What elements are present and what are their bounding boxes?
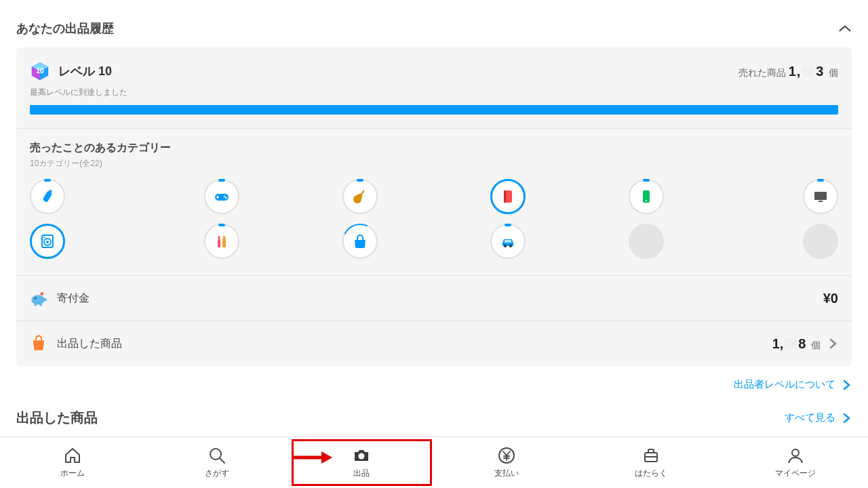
camera-icon — [352, 446, 371, 465]
chevron-right-icon — [841, 413, 852, 424]
svg-point-32 — [35, 298, 36, 299]
tv-icon — [812, 188, 829, 205]
history-header[interactable]: あなたの出品履歴 — [0, 0, 868, 47]
donation-label: 寄付金 — [57, 291, 90, 306]
listed-row[interactable]: 出品した商品 1,8 個 — [16, 321, 852, 366]
category-car[interactable] — [490, 224, 526, 259]
category-tv[interactable] — [803, 179, 838, 214]
cosmetics-icon — [214, 233, 230, 249]
svg-rect-25 — [218, 236, 220, 240]
categories-title: 売ったことのあるカテゴリー — [30, 141, 838, 155]
svg-line-37 — [220, 458, 224, 463]
home-icon — [63, 446, 82, 465]
category-phone[interactable] — [629, 179, 664, 214]
svg-point-42 — [792, 449, 799, 456]
svg-rect-8 — [216, 197, 219, 198]
categories-subtitle: 10カテゴリー(全22) — [30, 158, 838, 169]
listed-items-header: 出品した商品 すべて見る — [0, 398, 868, 434]
car-icon — [500, 233, 516, 249]
guitar-icon — [352, 188, 368, 205]
category-baby-bottle[interactable] — [30, 179, 65, 214]
level-progress-bar — [30, 105, 838, 115]
svg-point-31 — [31, 295, 45, 305]
svg-text:10: 10 — [36, 67, 44, 75]
category-game[interactable] — [204, 179, 239, 214]
category-cosmetics[interactable] — [204, 224, 239, 259]
sold-count: 売れた商品 1,3 個 — [738, 64, 838, 79]
svg-rect-15 — [504, 190, 506, 203]
svg-rect-18 — [814, 192, 827, 200]
user-icon — [786, 446, 805, 465]
level-row: 10 レベル 10 売れた商品 1,3 個 — [16, 47, 852, 87]
tab-home[interactable]: ホーム — [0, 437, 144, 488]
svg-rect-26 — [222, 239, 226, 247]
level-subtitle: 最高レベルに到達しました — [16, 87, 852, 105]
baby-bottle-icon — [39, 188, 56, 205]
category-book[interactable] — [490, 179, 526, 214]
annotation-arrow-icon — [290, 450, 334, 465]
view-all-link[interactable]: すべて見る — [785, 411, 852, 424]
svg-point-38 — [359, 453, 365, 460]
listed-count: 1,8 個 — [772, 336, 838, 352]
svg-rect-24 — [218, 240, 220, 247]
yen-icon — [497, 446, 516, 465]
svg-point-23 — [43, 237, 45, 238]
level-title: レベル 10 — [58, 63, 112, 79]
book-icon — [500, 188, 516, 205]
tab-pay[interactable]: 支払い — [434, 437, 578, 488]
svg-point-35 — [40, 292, 43, 296]
bottom-nav: ホーム さがす 出品 支払い はたらく マイページ — [0, 436, 868, 488]
category-empty2[interactable] — [803, 224, 838, 259]
category-guitar[interactable] — [342, 179, 378, 214]
shopping-bag-icon — [30, 335, 47, 352]
listed-items-title: 出品した商品 — [16, 409, 98, 427]
donation-row[interactable]: 寄付金 ¥0 — [16, 276, 852, 321]
history-title: あなたの出品履歴 — [16, 20, 114, 37]
tab-search[interactable]: さがす — [144, 437, 289, 488]
game-icon — [214, 188, 230, 205]
bag-icon — [352, 233, 368, 249]
svg-rect-19 — [818, 201, 823, 202]
category-bag[interactable] — [342, 224, 378, 259]
chevron-up-icon — [838, 24, 852, 33]
svg-rect-27 — [223, 236, 225, 239]
search-icon — [208, 446, 226, 465]
category-washer[interactable] — [30, 224, 65, 259]
tab-mypage[interactable]: マイページ — [724, 437, 868, 488]
history-card: 10 レベル 10 売れた商品 1,3 個 最高レベルに到達しました 売ったこと… — [16, 47, 852, 366]
svg-marker-44 — [321, 451, 332, 464]
listed-label: 出品した商品 — [57, 337, 122, 351]
chevron-right-icon — [841, 380, 852, 390]
svg-rect-33 — [35, 304, 37, 306]
seller-level-link[interactable]: 出品者レベルについて — [0, 366, 868, 398]
svg-point-29 — [509, 245, 512, 247]
level-badge-icon: 10 — [30, 61, 50, 81]
categories-section: 売ったことのあるカテゴリー 10カテゴリー(全22) — [16, 129, 852, 275]
donation-value: ¥0 — [823, 291, 838, 306]
svg-point-10 — [225, 197, 227, 199]
svg-point-17 — [646, 200, 647, 201]
svg-point-22 — [46, 241, 49, 243]
briefcase-icon — [642, 446, 660, 465]
category-empty1[interactable] — [629, 224, 664, 259]
svg-point-9 — [224, 196, 226, 198]
svg-point-28 — [504, 245, 507, 247]
tab-work[interactable]: はたらく — [578, 437, 723, 488]
svg-rect-34 — [40, 304, 42, 306]
chevron-right-icon — [827, 338, 838, 349]
phone-icon — [638, 188, 654, 205]
svg-rect-30 — [505, 240, 511, 243]
washer-icon — [39, 233, 56, 249]
piggy-bank-icon — [30, 289, 47, 307]
